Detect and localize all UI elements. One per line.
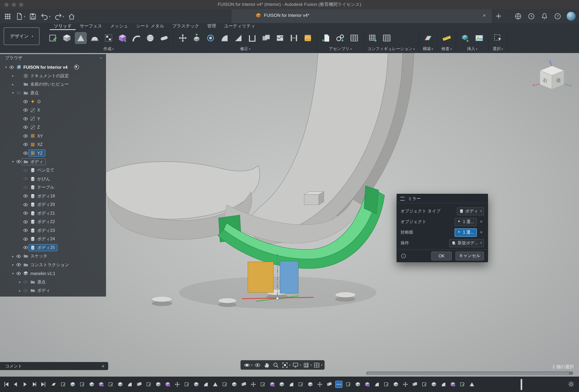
skip-end-button[interactable] xyxy=(39,381,47,390)
visibility-eye-off-icon[interactable] xyxy=(22,168,29,173)
align-tool-button[interactable] xyxy=(289,33,299,44)
job-status-button[interactable] xyxy=(527,12,536,21)
visibility-eye-icon[interactable] xyxy=(22,194,29,199)
visibility-eye-icon[interactable] xyxy=(22,228,29,233)
timeline-feature-plane[interactable] xyxy=(50,381,57,388)
extensions-button[interactable] xyxy=(513,12,523,21)
visibility-eye-icon[interactable] xyxy=(15,271,22,276)
drag-handle-icon[interactable] xyxy=(400,197,405,201)
ribbon-group-label[interactable]: 修正 ▾ xyxy=(177,46,313,52)
timeline-feature-ellipsis[interactable] xyxy=(336,381,342,388)
browser-item-25[interactable]: ▾manekin v1:1 xyxy=(0,269,106,278)
timeline-feature-sketch[interactable] xyxy=(260,381,266,388)
tree-expand-icon[interactable]: ▸ xyxy=(17,280,22,284)
visibility-eye-off-icon[interactable] xyxy=(15,90,22,96)
dialog-header[interactable]: ミラー xyxy=(397,194,488,203)
create-sketch-tool-button[interactable] xyxy=(48,33,59,44)
redo-button[interactable]: ▾ xyxy=(53,12,65,21)
visibility-eye-icon[interactable] xyxy=(22,202,29,207)
cancel-button[interactable]: キャンセル xyxy=(455,251,484,260)
timeline-feature-extrude[interactable] xyxy=(431,381,437,388)
viewports-button[interactable]: ▾ xyxy=(312,362,322,368)
timeline-feature-extrude[interactable] xyxy=(393,381,399,388)
ribbon-tab-6[interactable]: 管理 xyxy=(203,23,220,29)
browser-item-15[interactable]: テーブル xyxy=(0,183,106,192)
document-tab[interactable]: FUISON for Interior v4* × xyxy=(231,9,492,23)
timeline-feature-form[interactable] xyxy=(164,381,171,388)
combine-tool-button[interactable] xyxy=(261,33,272,44)
tree-expand-icon[interactable]: ▸ xyxy=(11,83,15,86)
visibility-eye-off-icon[interactable] xyxy=(22,280,29,285)
visibility-eye-icon[interactable] xyxy=(22,245,29,250)
visibility-eye-off-icon[interactable] xyxy=(22,185,29,190)
browser-item-12[interactable]: ▾ボディ xyxy=(0,157,106,166)
ribbon-tab-4[interactable]: シート メタル xyxy=(132,23,168,29)
joint-tool-button[interactable] xyxy=(335,33,346,44)
tree-expand-icon[interactable]: ▸ xyxy=(11,74,15,78)
browser-item-16[interactable]: ボディ19 xyxy=(0,192,106,200)
pipe-tool-button[interactable] xyxy=(159,33,170,44)
workspace-mode-button[interactable]: デザイン ▾ xyxy=(4,27,39,45)
split-body-tool-button[interactable] xyxy=(275,33,286,44)
look-at-button[interactable] xyxy=(253,362,262,368)
clear-selection-icon[interactable]: × xyxy=(479,230,484,235)
orbit-button[interactable]: ▾ xyxy=(243,362,253,368)
timeline-feature-extrude[interactable] xyxy=(117,381,124,388)
visibility-eye-icon[interactable] xyxy=(22,211,29,216)
visibility-eye-icon[interactable] xyxy=(8,65,15,70)
activate-component-radio[interactable] xyxy=(74,65,79,70)
view-cube[interactable]: 右 後 Z X Y xyxy=(533,60,572,89)
selection-chip[interactable]: 1 選... xyxy=(455,228,477,236)
ribbon-group-label[interactable]: 挿入 ▾ xyxy=(460,46,485,52)
browser-item-8[interactable]: Z xyxy=(0,123,106,132)
ribbon-group-label[interactable]: 作成 ▾ xyxy=(48,46,170,52)
ribbon-tab-5[interactable]: プラスチック xyxy=(168,23,203,29)
viewcube-face-right[interactable]: 右 xyxy=(543,78,547,83)
visibility-eye-icon[interactable] xyxy=(22,125,29,130)
tree-expand-icon[interactable]: ▸ xyxy=(17,289,22,293)
browser-item-21[interactable]: ボディ24 xyxy=(0,235,106,243)
step-back-button[interactable] xyxy=(12,381,19,390)
timeline-feature-fillet[interactable] xyxy=(288,381,295,388)
timeline-feature-move[interactable] xyxy=(317,381,323,388)
timeline-feature-form[interactable] xyxy=(450,381,456,388)
timeline-feature-sketch[interactable] xyxy=(60,381,67,388)
comment-bar[interactable]: コメント + xyxy=(0,362,108,370)
visibility-eye-icon[interactable] xyxy=(15,262,22,267)
timeline-feature-combine[interactable] xyxy=(136,381,143,388)
visibility-eye-icon[interactable] xyxy=(15,159,22,164)
timeline-scrollbar-thumb[interactable] xyxy=(367,372,569,374)
visibility-eye-icon[interactable] xyxy=(22,142,29,147)
new-component-tool-button[interactable] xyxy=(321,33,332,44)
tree-expand-icon[interactable]: ▾ xyxy=(11,91,15,95)
timeline-feature-fillet[interactable] xyxy=(373,381,380,388)
timeline-feature-sketch[interactable] xyxy=(421,381,428,388)
config-table-add-tool-button[interactable] xyxy=(367,33,378,44)
file-menu-button[interactable]: ▾ xyxy=(15,12,26,21)
zoom-button[interactable] xyxy=(272,362,280,368)
revolve-tool-button[interactable] xyxy=(89,33,100,44)
browser-item-2[interactable]: ▸ドキュメントの設定 xyxy=(0,72,106,80)
timeline-feature-sketch[interactable] xyxy=(459,381,466,388)
tree-expand-icon[interactable]: ▾ xyxy=(4,66,8,69)
timeline-settings-button[interactable] xyxy=(568,381,575,389)
sphere-tool-button[interactable] xyxy=(145,33,156,44)
timeline-feature-move[interactable] xyxy=(402,381,409,388)
user-avatar[interactable] xyxy=(566,11,576,21)
create-form-tool-button[interactable] xyxy=(117,33,128,44)
ribbon-group-label[interactable]: 構築 ▾ xyxy=(423,46,434,52)
chamfer-tool-button[interactable] xyxy=(233,33,244,44)
zoom-window-button[interactable] xyxy=(19,2,23,7)
mirror-tool-button[interactable] xyxy=(75,33,86,44)
browser-item-3[interactable]: ▸名前の付いたビュー xyxy=(0,80,106,89)
new-document-tab-button[interactable] xyxy=(494,12,503,20)
timeline-feature-extrude[interactable] xyxy=(231,381,238,388)
timeline-feature-sketch[interactable] xyxy=(79,381,85,388)
ribbon-tab-7[interactable]: ユーティリティ xyxy=(220,23,259,29)
selection-chip[interactable]: 1 選... xyxy=(455,218,477,226)
timeline-feature-combine[interactable] xyxy=(240,381,247,388)
timeline-feature-sketch[interactable] xyxy=(345,381,352,388)
manekin-body-blue[interactable] xyxy=(280,261,298,293)
browser-item-4[interactable]: ▾原点 xyxy=(0,89,106,97)
timeline-feature-mirror[interactable] xyxy=(469,381,475,388)
